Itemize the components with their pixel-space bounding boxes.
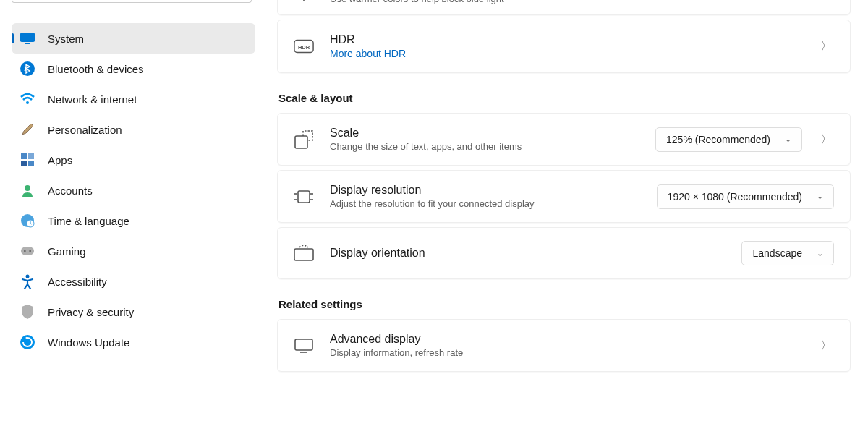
svg-rect-28 (298, 191, 310, 203)
svg-point-13 (29, 250, 31, 252)
sidebar-item-label: Windows Update (48, 336, 129, 349)
sidebar-item-personalization[interactable]: Personalization (12, 114, 255, 145)
chevron-down-icon: ⌄ (785, 135, 791, 144)
orientation-title: Display orientation (330, 247, 726, 260)
apps-icon (20, 153, 35, 167)
chevron-down-icon: ⌄ (817, 249, 823, 258)
sidebar-item-network[interactable]: Network & internet (12, 84, 255, 114)
resolution-subtitle: Adjust the resolution to fit your connec… (330, 198, 641, 209)
sidebar-item-label: Bluetooth & devices (48, 63, 144, 75)
gamepad-icon (20, 244, 35, 258)
sidebar-item-apps[interactable]: Apps (12, 145, 255, 175)
sidebar-item-accounts[interactable]: Accounts (12, 175, 255, 205)
chevron-down-icon: ⌄ (817, 192, 823, 201)
wifi-icon (20, 92, 35, 106)
resolution-title: Display resolution (330, 184, 641, 197)
sidebar-item-privacy[interactable]: Privacy & security (12, 297, 255, 327)
sidebar-item-label: System (48, 33, 84, 45)
scale-dropdown[interactable]: 125% (Recommended) ⌄ (655, 127, 802, 152)
svg-rect-7 (28, 161, 34, 166)
sidebar-item-update[interactable]: Windows Update (12, 327, 255, 357)
resolution-dropdown-value: 1920 × 1080 (Recommended) (668, 191, 802, 203)
svg-rect-11 (21, 247, 34, 255)
bluetooth-icon (20, 61, 35, 76)
svg-rect-5 (28, 153, 34, 159)
svg-point-8 (25, 185, 30, 191)
search-input-bottom-edge[interactable] (12, 0, 252, 3)
advanced-title: Advanced display (330, 333, 802, 346)
sidebar-item-gaming[interactable]: Gaming (12, 236, 255, 266)
hdr-card[interactable]: HDR HDR More about HDR 〉 (277, 20, 851, 73)
accessibility-icon (20, 274, 35, 289)
section-scale-layout: Scale & layout (278, 92, 851, 104)
night-light-subtitle: Use warmer colors to help block blue lig… (330, 0, 728, 4)
sidebar-item-label: Network & internet (48, 93, 137, 106)
svg-rect-6 (21, 161, 27, 166)
settings-sidebar: System Bluetooth & devices Network & int… (0, 0, 264, 434)
sidebar-item-accessibility[interactable]: Accessibility (12, 266, 255, 297)
svg-rect-33 (294, 249, 313, 260)
scale-title: Scale (330, 127, 639, 140)
svg-rect-4 (21, 153, 27, 159)
svg-rect-0 (20, 33, 35, 42)
scale-dropdown-value: 125% (Recommended) (666, 134, 770, 145)
scale-card[interactable]: Scale Change the size of text, apps, and… (277, 113, 851, 166)
svg-text:HDR: HDR (298, 44, 310, 51)
svg-point-2 (20, 61, 35, 76)
globe-clock-icon (20, 213, 35, 228)
orientation-card[interactable]: Display orientation Landscape ⌄ (277, 227, 851, 279)
sidebar-item-bluetooth[interactable]: Bluetooth & devices (12, 54, 255, 84)
svg-point-12 (24, 250, 26, 252)
chevron-right-icon[interactable]: 〉 (818, 40, 834, 53)
scale-subtitle: Change the size of text, apps, and other… (330, 141, 639, 152)
orientation-dropdown[interactable]: Landscape ⌄ (741, 241, 834, 265)
chevron-right-icon[interactable]: 〉 (818, 133, 834, 146)
sun-icon (294, 0, 314, 2)
night-light-card[interactable]: Night light Use warmer colors to help bl… (277, 0, 851, 15)
sidebar-item-system[interactable]: System (12, 23, 255, 54)
svg-point-3 (26, 101, 29, 104)
sidebar-item-label: Privacy & security (48, 306, 134, 318)
sidebar-item-label: Personalization (48, 124, 122, 136)
sidebar-item-label: Accessibility (48, 276, 107, 288)
hdr-more-link[interactable]: More about HDR (330, 48, 802, 59)
svg-rect-1 (25, 43, 30, 44)
orientation-icon (294, 243, 314, 263)
svg-rect-34 (295, 339, 312, 350)
scale-icon (294, 129, 314, 150)
hdr-icon: HDR (294, 36, 314, 56)
orientation-dropdown-value: Landscape (752, 247, 802, 259)
monitor-outline-icon (294, 336, 314, 356)
advanced-display-card[interactable]: Advanced display Display information, re… (277, 319, 851, 372)
sidebar-item-label: Gaming (48, 245, 86, 258)
sidebar-item-label: Time & language (48, 215, 129, 227)
chevron-right-icon[interactable]: 〉 (818, 339, 834, 352)
svg-point-14 (26, 275, 30, 278)
hdr-title: HDR (330, 33, 802, 46)
svg-rect-27 (295, 136, 307, 148)
settings-content: Night light Use warmer colors to help bl… (264, 0, 868, 434)
resolution-dropdown[interactable]: 1920 × 1080 (Recommended) ⌄ (657, 184, 834, 209)
advanced-subtitle: Display information, refresh rate (330, 347, 802, 358)
brush-icon (20, 122, 35, 137)
monitor-icon (20, 31, 35, 46)
sidebar-item-time-language[interactable]: Time & language (12, 205, 255, 236)
sidebar-item-label: Accounts (48, 184, 93, 197)
shield-icon (20, 305, 35, 319)
resolution-card[interactable]: Display resolution Adjust the resolution… (277, 170, 851, 223)
person-icon (20, 183, 35, 197)
resolution-icon (294, 187, 314, 207)
update-icon (20, 335, 35, 349)
section-related-settings: Related settings (278, 298, 851, 310)
sidebar-item-label: Apps (48, 154, 72, 166)
